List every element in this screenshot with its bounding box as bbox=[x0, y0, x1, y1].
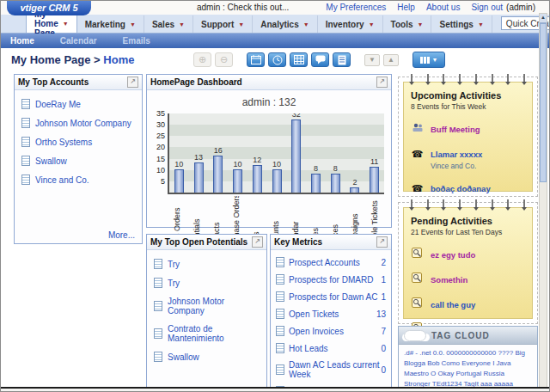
metric-link[interactable]: Prospects for DMARD bbox=[289, 275, 373, 285]
list-item[interactable]: Johnson Motor Company bbox=[21, 118, 135, 128]
grid-icon[interactable] bbox=[290, 52, 308, 67]
nav-tab-marketing[interactable]: Marketing▼ bbox=[77, 15, 144, 33]
bar[interactable] bbox=[272, 169, 282, 193]
bar[interactable] bbox=[331, 174, 340, 193]
potential-link[interactable]: Try bbox=[168, 279, 180, 288]
account-link[interactable]: Swallow bbox=[35, 156, 67, 166]
chevron-down-icon: ▼ bbox=[303, 21, 309, 28]
nav-tab-tools[interactable]: Tools▼ bbox=[383, 15, 432, 33]
scrollbar-thumb[interactable] bbox=[540, 23, 547, 182]
account-link[interactable]: Vince and Co. bbox=[35, 175, 89, 185]
chat-icon[interactable] bbox=[311, 52, 329, 67]
document-icon bbox=[154, 259, 162, 269]
subnav-item-calendar[interactable]: Calendar bbox=[60, 36, 97, 46]
activity-item[interactable]: ☎boðaç doðanay bbox=[411, 180, 525, 195]
potential-link[interactable]: Contrato de Mantenimiento bbox=[168, 324, 260, 343]
meeting-icon bbox=[411, 120, 424, 136]
tag-cloud-tags[interactable]: .d# - .net 0.0. 0000000000000 ???? Big B… bbox=[399, 345, 537, 392]
notes-icon[interactable] bbox=[333, 52, 351, 67]
potential-link[interactable]: Swallow bbox=[168, 352, 199, 362]
calendar-icon[interactable] bbox=[247, 52, 265, 67]
bar[interactable] bbox=[370, 167, 379, 193]
bar[interactable] bbox=[253, 165, 262, 193]
chevron-down-icon: ▼ bbox=[130, 21, 136, 28]
activity-related-to: Vince and Co. bbox=[431, 162, 482, 170]
arrow-down-icon[interactable]: ▼ bbox=[364, 54, 380, 66]
subnav-item-home[interactable]: Home bbox=[10, 36, 34, 46]
bar[interactable] bbox=[311, 174, 321, 193]
metric-link[interactable]: Open Tickets bbox=[289, 309, 339, 319]
metric-link[interactable]: Open Invoices bbox=[289, 327, 344, 336]
arrow-up-icon[interactable]: ▲ bbox=[383, 54, 399, 66]
list-item[interactable]: Swallow bbox=[154, 352, 260, 362]
y-tick-label: 20 bbox=[156, 143, 165, 151]
panel-expand-icon[interactable]: ↗ bbox=[376, 77, 388, 88]
activity-item[interactable]: Somethin bbox=[411, 271, 525, 286]
panel-expand-icon[interactable]: ↗ bbox=[376, 236, 388, 248]
activity-item[interactable]: call the guy bbox=[411, 296, 525, 311]
bar[interactable] bbox=[213, 156, 223, 193]
activity-link[interactable]: Buff Meeting bbox=[431, 125, 480, 134]
nav-tab-sales[interactable]: Sales▼ bbox=[144, 15, 193, 33]
bar[interactable] bbox=[233, 169, 242, 193]
panel-title: My Top Open Potentials bbox=[150, 237, 248, 247]
activity-link[interactable]: call the guy bbox=[431, 300, 475, 309]
metric-link[interactable]: Prospect Accounts bbox=[289, 258, 360, 267]
activity-item[interactable]: Buff Meeting bbox=[411, 120, 525, 136]
accounts-list: DoeRay MeJohnson Motor CompanyOrtho Syst… bbox=[15, 99, 142, 185]
account-link[interactable]: Johnson Motor Company bbox=[35, 119, 131, 128]
scroll-up-icon[interactable]: ▲ bbox=[540, 14, 547, 23]
panel-expand-icon[interactable]: ↗ bbox=[252, 236, 263, 248]
list-item[interactable]: Try bbox=[154, 259, 260, 269]
about-us-link[interactable]: About us bbox=[426, 3, 460, 12]
bar-value-label: 13 bbox=[194, 153, 203, 162]
module-tab-bar: My Home Page▼Marketing▼Sales▼Support▼Ana… bbox=[1, 15, 549, 34]
nav-tab-support[interactable]: Support▼ bbox=[193, 15, 253, 33]
sign-out-link[interactable]: Sign out bbox=[471, 3, 503, 12]
bar[interactable] bbox=[174, 169, 184, 193]
list-item[interactable]: Swallow bbox=[21, 156, 135, 166]
bar-value-label: 8 bbox=[333, 164, 338, 174]
list-item[interactable]: Johnson Motor Company bbox=[154, 297, 260, 315]
panel-expand-icon[interactable]: ↗ bbox=[127, 77, 138, 88]
activity-link[interactable]: ez egy tudo bbox=[431, 250, 475, 260]
vtiger-logo[interactable]: vtiger CRM 5 bbox=[7, 1, 91, 15]
list-item[interactable]: DoeRay Me bbox=[21, 99, 135, 109]
vertical-scrollbar[interactable]: ▲ bbox=[539, 13, 547, 388]
clock-icon[interactable] bbox=[268, 52, 286, 67]
account-link[interactable]: DoeRay Me bbox=[35, 100, 81, 109]
potentials-list: TryTryJohnson Motor CompanyContrato de M… bbox=[147, 259, 266, 362]
list-item[interactable]: Vince and Co. bbox=[21, 175, 135, 185]
breadcrumb-root[interactable]: My Home Page bbox=[11, 53, 90, 66]
layout-selector-button[interactable]: ▼ bbox=[412, 52, 445, 68]
note-title: Pending Activities bbox=[411, 216, 525, 226]
my-preferences-link[interactable]: My Preferences bbox=[326, 3, 386, 12]
bar[interactable] bbox=[291, 119, 301, 193]
metric-link[interactable]: Hot Leads bbox=[289, 344, 328, 353]
activity-link[interactable]: Somethin bbox=[431, 275, 468, 285]
activity-item[interactable]: ez egy tudo bbox=[411, 246, 525, 261]
account-link[interactable]: Ortho Systems bbox=[35, 138, 92, 147]
list-item[interactable]: Ortho Systems bbox=[21, 137, 135, 147]
help-link[interactable]: Help bbox=[397, 3, 415, 12]
potential-link[interactable]: Johnson Motor Company bbox=[168, 297, 260, 315]
breadcrumb-current[interactable]: Home bbox=[103, 53, 134, 66]
potential-link[interactable]: Try bbox=[168, 260, 180, 269]
spiral-pins bbox=[411, 199, 525, 207]
more-link[interactable]: More... bbox=[108, 230, 135, 240]
list-item[interactable]: Contrato de Mantenimiento bbox=[154, 324, 260, 343]
activity-item[interactable]: ☎Llamar xxxxxVince and Co. bbox=[411, 145, 525, 170]
activity-link[interactable]: Llamar xxxxx bbox=[431, 150, 482, 159]
list-item[interactable]: Try bbox=[154, 278, 260, 288]
bar-slot: 10 bbox=[228, 160, 248, 193]
metric-link[interactable]: Dawn AC Leads current Week bbox=[289, 360, 381, 379]
metric-link[interactable]: Prospects for Dawn AC bbox=[289, 292, 377, 302]
nav-tab-analytics[interactable]: Analytics▼ bbox=[253, 15, 317, 33]
subnav-item-emails[interactable]: Emails bbox=[123, 36, 150, 46]
bar[interactable] bbox=[194, 162, 204, 193]
nav-tab-my-home-page[interactable]: My Home Page▼ bbox=[26, 13, 77, 33]
bar[interactable] bbox=[350, 187, 359, 193]
nav-tab-settings[interactable]: Settings▼ bbox=[431, 15, 492, 33]
nav-tab-inventory[interactable]: Inventory▼ bbox=[318, 15, 383, 33]
activity-link[interactable]: boðaç doðanay bbox=[431, 184, 491, 193]
